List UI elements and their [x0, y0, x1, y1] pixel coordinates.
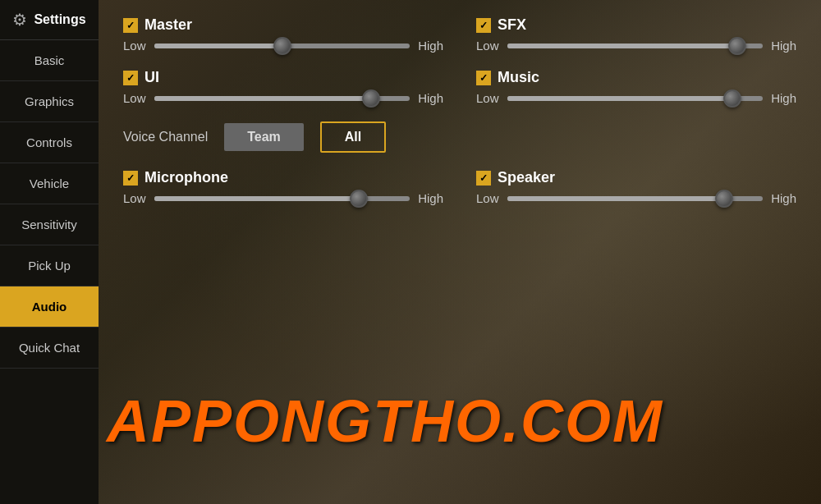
ui-low-label: Low	[123, 91, 146, 105]
master-slider-thumb[interactable]	[273, 37, 291, 55]
microphone-header: Microphone	[123, 169, 443, 186]
row-mic-speaker: Microphone Low High Speaker Low	[123, 169, 796, 205]
speaker-slider-track[interactable]	[507, 196, 763, 201]
master-slider-fill	[154, 44, 282, 48]
sidebar-item-audio[interactable]: Audio	[0, 286, 99, 328]
row-ui-music: UI Low High Music Low	[123, 69, 796, 105]
speaker-high-label: High	[771, 191, 796, 205]
music-slider-fill	[507, 96, 732, 101]
music-slider-thumb[interactable]	[723, 89, 741, 108]
music-control: Music Low High	[476, 69, 796, 105]
speaker-slider-fill	[507, 196, 724, 201]
ui-slider-thumb[interactable]	[362, 89, 380, 108]
sidebar-item-quickchat[interactable]: Quick Chat	[0, 328, 99, 369]
audio-section: Master Low High SFX Low	[123, 16, 796, 205]
speaker-low-label: Low	[476, 191, 499, 205]
music-slider-track[interactable]	[507, 96, 763, 101]
master-slider-track[interactable]	[154, 44, 410, 48]
master-high-label: High	[418, 39, 443, 53]
sidebar-item-graphics[interactable]: Graphics	[0, 81, 99, 122]
sfx-control: SFX Low High	[476, 16, 796, 53]
sfx-slider-row: Low High	[476, 39, 796, 53]
microphone-low-label: Low	[123, 191, 146, 205]
row-master-sfx: Master Low High SFX Low	[123, 16, 796, 53]
music-low-label: Low	[476, 91, 499, 105]
ui-slider-row: Low High	[123, 91, 443, 105]
sfx-low-label: Low	[476, 39, 499, 53]
music-high-label: High	[771, 91, 796, 105]
watermark: APPONGTHO.COM	[107, 387, 714, 455]
master-low-label: Low	[123, 39, 146, 53]
ui-high-label: High	[418, 91, 443, 105]
sfx-header: SFX	[476, 16, 796, 34]
gear-icon: ⚙	[12, 10, 27, 30]
master-slider-row: Low High	[123, 39, 443, 53]
speaker-label: Speaker	[498, 169, 555, 186]
sfx-high-label: High	[771, 39, 796, 53]
ui-slider-fill	[154, 96, 371, 101]
ui-header: UI	[123, 69, 443, 86]
microphone-label: Microphone	[144, 169, 228, 186]
voice-channel-section: Voice Channel Team All	[123, 121, 796, 153]
master-control: Master Low High	[123, 16, 443, 53]
sidebar-item-basic[interactable]: Basic	[0, 40, 99, 81]
main-content: Master Low High SFX Low	[99, 0, 821, 504]
speaker-header: Speaker	[476, 169, 796, 186]
settings-title: Settings	[34, 12, 85, 27]
microphone-high-label: High	[418, 191, 443, 205]
voice-all-button[interactable]: All	[320, 121, 386, 153]
ui-checkbox[interactable]	[123, 71, 138, 85]
master-label: Master	[144, 16, 192, 34]
sidebar-item-sensitivity[interactable]: Sensitivity	[0, 204, 99, 245]
microphone-control: Microphone Low High	[123, 169, 443, 205]
sfx-checkbox[interactable]	[476, 18, 491, 33]
sidebar-item-pickup[interactable]: Pick Up	[0, 245, 99, 286]
sidebar: ⚙ Settings Basic Graphics Controls Vehic…	[0, 0, 99, 504]
ui-control: UI Low High	[123, 69, 443, 105]
speaker-slider-thumb[interactable]	[715, 190, 733, 208]
master-checkbox[interactable]	[123, 18, 138, 33]
sfx-slider-thumb[interactable]	[728, 37, 746, 55]
sidebar-item-vehicle[interactable]: Vehicle	[0, 163, 99, 204]
ui-slider-track[interactable]	[154, 96, 410, 101]
microphone-slider-row: Low High	[123, 191, 443, 205]
master-header: Master	[123, 16, 443, 34]
sidebar-item-controls[interactable]: Controls	[0, 122, 99, 163]
microphone-slider-track[interactable]	[154, 196, 410, 201]
ui-label: UI	[144, 69, 159, 86]
sfx-label: SFX	[498, 16, 526, 34]
sfx-slider-track[interactable]	[507, 44, 763, 48]
voice-team-button[interactable]: Team	[224, 123, 304, 151]
microphone-slider-fill	[154, 196, 359, 201]
microphone-slider-thumb[interactable]	[350, 190, 368, 208]
music-checkbox[interactable]	[476, 71, 491, 85]
settings-header: ⚙ Settings	[0, 0, 99, 40]
music-header: Music	[476, 69, 796, 86]
microphone-checkbox[interactable]	[123, 171, 138, 186]
music-slider-row: Low High	[476, 91, 796, 105]
speaker-slider-row: Low High	[476, 191, 796, 205]
sfx-slider-fill	[507, 44, 737, 48]
voice-channel-label: Voice Channel	[123, 130, 208, 144]
music-label: Music	[498, 69, 539, 86]
speaker-checkbox[interactable]	[476, 171, 491, 186]
speaker-control: Speaker Low High	[476, 169, 796, 205]
